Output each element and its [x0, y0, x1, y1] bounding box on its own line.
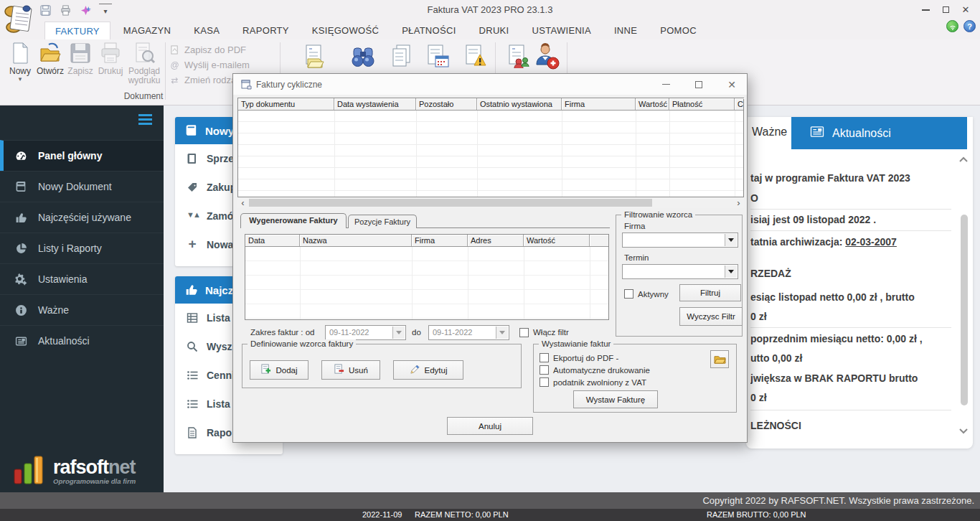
aktywny-checkbox[interactable]	[624, 289, 633, 299]
tab-magazyn[interactable]: MAGAZYN	[113, 22, 181, 39]
help-icon[interactable]: ?	[963, 20, 976, 32]
window-close-button[interactable]: ✕	[956, 2, 976, 17]
tab-raporty[interactable]: RAPORTY	[232, 22, 299, 39]
sidebar-item-ustawienia[interactable]: Ustawienia	[0, 263, 164, 294]
quick-print-icon[interactable]	[59, 4, 72, 17]
new-document-button[interactable]: Nowy ▾	[5, 42, 35, 84]
sidebar-item-panel-glowny[interactable]: Panel główny	[0, 140, 164, 171]
filtruj-button[interactable]: Filtruj	[679, 284, 741, 301]
dialog-minimize-button[interactable]	[655, 74, 677, 95]
save-button[interactable]: Zapisz	[65, 42, 95, 76]
sidebar-item-listy-i-raporty[interactable]: Listy i Raporty	[0, 233, 164, 263]
sidebar-item-wazne[interactable]: Ważne	[0, 294, 164, 325]
window-minimize-button[interactable]	[915, 2, 936, 17]
tab-ksiegowosc[interactable]: KSIĘGOWOŚĆ	[302, 22, 389, 39]
scroll-left-icon[interactable]: ‹	[237, 197, 248, 208]
column-header[interactable]: Nazwa	[300, 235, 412, 246]
add-contractor-button[interactable]	[533, 43, 560, 70]
tab-platnosci[interactable]: PŁATNOŚCI	[392, 22, 466, 39]
scroll-down-icon[interactable]	[958, 425, 970, 437]
tab-inne[interactable]: INNE	[604, 22, 647, 39]
scroll-right-icon[interactable]: ›	[733, 197, 744, 208]
termin-combo[interactable]	[622, 264, 738, 279]
column-header[interactable]: Firma	[412, 235, 468, 246]
combo-arrow-icon[interactable]	[725, 266, 737, 278]
change-type-button[interactable]: ⇄ Zmień rodzaj	[169, 75, 238, 85]
save-to-pdf-button[interactable]: Zapisz do PDF	[169, 44, 246, 55]
rafsoft-logo[interactable]: rafsoftnet Oprogramowanie dla firm	[13, 455, 136, 485]
generated-invoices-table[interactable]: Data Nazwa Firma Adres Wartość	[245, 234, 609, 320]
column-header[interactable]: Adres	[468, 235, 524, 246]
tab-pomoc[interactable]: POMOC	[650, 22, 707, 39]
app-logo-icon[interactable]	[3, 1, 34, 34]
online-status-icon[interactable]	[946, 20, 958, 32]
enable-filter-checkbox[interactable]	[519, 328, 529, 337]
archive-date-link[interactable]: 02-03-2007	[845, 236, 897, 248]
anuluj-button[interactable]: Anuluj	[447, 417, 533, 435]
wyczysc-filtr-button[interactable]: Wyczysc Filtr	[679, 307, 743, 326]
browse-folder-button[interactable]	[710, 350, 729, 368]
print-preview-button[interactable]: Podgląd wydruku	[126, 42, 163, 85]
column-header[interactable]: C	[735, 98, 745, 110]
sidebar-item-aktualnosci[interactable]: Aktualności	[0, 325, 164, 356]
table-horizontal-scrollbar[interactable]: ‹ ›	[237, 197, 744, 208]
tab-aktualnosci[interactable]: Aktualności	[791, 117, 967, 149]
quick-style-icon[interactable]	[79, 4, 92, 17]
sidebar: Panel główny Nowy Dokument Najczęściej u…	[0, 105, 164, 492]
firma-combo[interactable]	[622, 233, 738, 248]
scrollbar-thumb[interactable]	[961, 215, 968, 405]
pdf-icon	[169, 44, 180, 55]
tab-ustawienia[interactable]: USTAWIENIA	[522, 22, 601, 39]
column-header[interactable]: Płatność	[669, 98, 735, 110]
combo-arrow-icon[interactable]	[496, 327, 508, 339]
combo-arrow-icon[interactable]	[392, 327, 405, 339]
edytuj-button[interactable]: Edytuj	[393, 360, 463, 380]
tab-kasa[interactable]: KASA	[184, 22, 230, 39]
usun-button[interactable]: Usuń	[321, 360, 380, 380]
quick-save-icon[interactable]	[39, 4, 52, 17]
date-to-combo[interactable]: 09-11-2022	[428, 325, 509, 340]
open-button[interactable]: Otwórz	[35, 42, 65, 76]
send-email-button[interactable]: @ Wyślij e-mailem	[169, 60, 250, 70]
tab-wygenerowane-faktury[interactable]: Wygenerowane Faktury	[240, 213, 347, 228]
sidebar-item-nowy-dokument[interactable]: Nowy Dokument	[0, 171, 164, 202]
column-header[interactable]: Wartość	[524, 235, 590, 246]
auto-print-checkbox[interactable]	[540, 365, 549, 375]
duplicate-documents-button[interactable]	[388, 43, 415, 70]
column-header[interactable]: Wartość	[636, 98, 669, 110]
invoice-list-button[interactable]	[301, 43, 328, 70]
date-from-combo[interactable]: 09-11-2022	[325, 325, 406, 340]
vat-exempt-checkbox[interactable]	[540, 377, 549, 387]
column-header[interactable]: Ostatnio wystawiona	[477, 98, 562, 110]
companies-button[interactable]	[504, 43, 532, 70]
quick-access-customize-caret-icon[interactable]: ▾	[99, 4, 112, 17]
window-restore-button[interactable]	[936, 2, 956, 17]
dodaj-button[interactable]: Dodaj	[250, 360, 308, 380]
scrollbar-thumb[interactable]	[249, 199, 652, 207]
combo-arrow-icon[interactable]	[725, 234, 737, 246]
dialog-title-bar[interactable]: Faktury cykliczne ✕	[233, 74, 747, 95]
export-pdf-checkbox[interactable]	[540, 353, 549, 362]
column-header[interactable]: Firma	[562, 98, 636, 110]
wystaw-fakture-button[interactable]: Wystaw Fakturę	[573, 390, 658, 408]
column-header[interactable]: Data wystawienia	[334, 98, 416, 110]
column-header[interactable]: Typ dokumentu	[238, 98, 334, 110]
hamburger-menu-icon[interactable]	[138, 114, 152, 127]
column-header[interactable]: Pozostało	[416, 98, 477, 110]
tab-druki[interactable]: DRUKI	[469, 22, 519, 39]
tab-pozycje-faktury[interactable]: Pozycje Faktury	[348, 215, 417, 228]
dialog-maximize-button[interactable]	[688, 74, 710, 95]
print-button[interactable]: Drukuj	[95, 42, 126, 76]
scroll-up-icon[interactable]	[958, 154, 970, 166]
search-binoculars-button[interactable]	[349, 43, 377, 70]
tab-faktury[interactable]: FAKTURY	[44, 22, 110, 39]
sidebar-item-najczesciej-uzywane[interactable]: Najczęściej używane	[0, 202, 164, 233]
templates-warning-button[interactable]	[461, 43, 489, 70]
cyclic-invoices-table[interactable]: Typ dokumentu Data wystawienia Pozostało…	[237, 98, 744, 197]
tab-wazne[interactable]: Ważne	[752, 126, 787, 139]
column-header[interactable]: Data	[245, 235, 300, 246]
cyclic-invoices-button[interactable]	[424, 43, 451, 70]
right-panel-scrollbar[interactable]	[958, 154, 970, 437]
dialog-close-button[interactable]: ✕	[721, 74, 743, 95]
table-icon	[187, 312, 198, 324]
